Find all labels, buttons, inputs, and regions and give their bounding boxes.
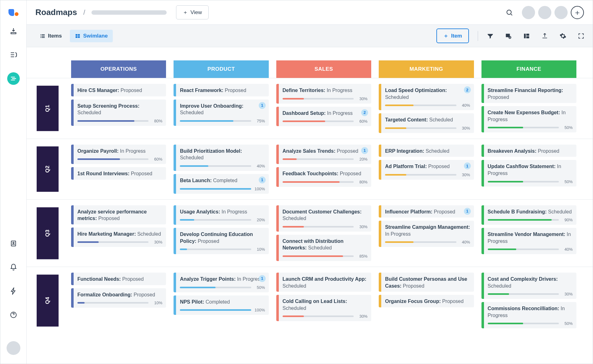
progress-bar: 50% (180, 285, 265, 290)
card-body: Targeted Content: Scheduled30% (381, 113, 474, 133)
roadmap-card[interactable]: Usage Analytics: In Progress20% (174, 205, 268, 225)
view-button[interactable]: ＋ View (176, 5, 209, 19)
card-body: Connect with Distribution Networks: Sche… (279, 235, 371, 261)
progress-percent: 20% (357, 157, 367, 161)
roadmap-card[interactable]: Create New Expenses Budget: In Progress5… (481, 106, 576, 132)
tab-swimlane[interactable]: Swimlane (70, 30, 112, 42)
layout-icon[interactable] (523, 33, 530, 39)
roadmap-card[interactable]: Launch CRM and Productivity App: Schedul… (276, 273, 371, 292)
roadmap-card[interactable]: React Framework: Proposed (174, 84, 268, 96)
breadcrumb-placeholder[interactable] (91, 10, 167, 15)
card-color-bar (71, 167, 74, 180)
card-color-bar (71, 273, 74, 285)
card-body: Launch CRM and Productivity App: Schedul… (279, 273, 371, 292)
progress-percent: 100% (254, 187, 265, 191)
roadmap-card[interactable]: Schedule B Fundraising: Scheduled90% (481, 205, 576, 225)
roadmap-card[interactable]: Load Speed Optimization: Scheduled240% (379, 84, 474, 110)
roadmap-card[interactable]: Dashboard Setup: In Progress260% (276, 107, 371, 126)
card-color-bar (174, 228, 176, 254)
roadmap-card[interactable]: Update Cashflow Statement: In Progress50… (481, 160, 576, 186)
roadmap-card[interactable]: Streamline Campaign Management: In Progr… (379, 221, 474, 247)
tab-items-label: Items (48, 33, 62, 39)
bell-icon[interactable] (7, 261, 20, 274)
roadmap-card[interactable]: Build Prioritization Model: Scheduled40% (174, 145, 268, 171)
roadmap-card[interactable]: Breakeven Analysis: Proposed (481, 145, 576, 157)
header-avatar-3[interactable] (554, 6, 568, 19)
card-body: Cold Calling on Lead Lists: Scheduled30% (279, 295, 371, 321)
view-button-label: View (190, 9, 202, 16)
gear-icon[interactable] (559, 33, 566, 39)
roadmap-card[interactable]: Cold Calling on Lead Lists: Scheduled30% (276, 295, 371, 321)
roadmap-card[interactable]: Ad Platform Trial: Proposed130% (379, 160, 474, 180)
inbox-icon[interactable] (7, 25, 20, 37)
roadmap-card[interactable]: Commissions Reconcilliation: In Progress… (481, 302, 576, 328)
export-icon[interactable] (541, 33, 548, 39)
add-button[interactable]: ＋ (571, 6, 584, 19)
roadmap-card[interactable]: Streamline Vendor Management: In Progres… (481, 228, 576, 254)
card-title: Hire CS Manager: Proposed (77, 87, 162, 94)
roadmap-card[interactable]: Analyze Sales Trends: Proposed120% (276, 145, 371, 164)
roadmap-card[interactable]: NPS Pilot: Completed100% (174, 295, 268, 315)
roadmap-card[interactable]: Build Customer Personas and Use Cases: P… (379, 273, 474, 292)
link-icon[interactable] (505, 33, 512, 39)
contacts-icon[interactable] (7, 237, 20, 250)
swimlane-row: Q3Analyze service performance metrics: P… (27, 199, 593, 267)
progress-bar: 50% (488, 125, 573, 130)
roadmap-card[interactable]: Analyze service performance metrics: Pro… (71, 205, 166, 224)
card-body: Formalize Onboarding: Proposed10% (74, 288, 166, 308)
list-icon[interactable] (7, 49, 20, 61)
fullscreen-icon[interactable] (578, 33, 585, 39)
roadmap-card[interactable]: Connect with Distribution Networks: Sche… (276, 235, 371, 261)
roadmap-card[interactable]: Beta Launch: Completed1100% (174, 174, 268, 194)
card-title: Dashboard Setup: In Progress (283, 110, 367, 117)
roadmap-card[interactable]: Targeted Content: Scheduled30% (379, 113, 474, 133)
roadmap-card[interactable]: Hire Marketing Manager: Scheduled30% (71, 228, 166, 247)
progress-bar: 30% (385, 126, 470, 131)
roadmap-card[interactable]: Influencer Platform: Proposed1 (379, 205, 474, 218)
roadmap-card[interactable]: Define Territories: In Progress30% (276, 84, 371, 104)
header-avatar-2[interactable] (538, 6, 551, 19)
add-item-button[interactable]: ＋ Item (436, 28, 469, 43)
roadmap-card[interactable]: Analyze Trigger Points: In Progress150% (174, 273, 268, 292)
card-color-bar (481, 205, 484, 225)
column-header-product[interactable]: PRODUCT (174, 60, 268, 78)
search-icon[interactable] (506, 9, 513, 16)
card-title: Load Speed Optimization: Scheduled (385, 87, 470, 100)
card-body: Define Territories: In Progress30% (279, 84, 371, 104)
roadmap-card[interactable]: Cost and Complexity Drivers: Scheduled30… (481, 273, 576, 299)
filter-icon[interactable] (487, 33, 494, 39)
page-title: Roadmaps (35, 8, 77, 17)
progress-bar: 100% (180, 308, 265, 312)
help-icon[interactable] (7, 309, 20, 321)
roadmap-card[interactable]: 1st Round Interviews: Proposed (71, 167, 166, 180)
roadmap-card[interactable]: ERP Integration: Scheduled (379, 145, 474, 157)
header-avatar-1[interactable] (522, 6, 535, 19)
progress-percent: 30% (460, 172, 470, 177)
roadmap-card[interactable]: Feedback Touchpoints: Proposed80% (276, 167, 371, 187)
card-body: React Framework: Proposed (176, 84, 268, 96)
roadmap-card[interactable]: Develop Continuing Education Policy: Pro… (174, 228, 268, 254)
row-label: Q3 (37, 207, 59, 259)
roadmap-card[interactable]: Hire CS Manager: Proposed (71, 84, 166, 96)
user-avatar[interactable] (7, 341, 20, 355)
roadmap-card[interactable]: Functional Needs: Proposed (71, 273, 166, 285)
roadmap-card[interactable]: Setup Screening Process: Scheduled80% (71, 100, 166, 126)
roadmap-card[interactable]: Organize Payroll: In Progress60% (71, 145, 166, 164)
roadmap-icon[interactable] (7, 72, 20, 85)
svg-rect-7 (42, 36, 45, 36)
tab-items[interactable]: Items (35, 30, 67, 42)
roadmap-card[interactable]: Organize Focus Group: Proposed (379, 295, 474, 307)
column-header-operations[interactable]: OPERATIONS (71, 60, 166, 78)
swimlane-cell: React Framework: ProposedImprove User On… (170, 84, 272, 133)
column-header-sales[interactable]: SALES (276, 60, 371, 78)
app-logo[interactable] (8, 6, 18, 16)
roadmap-card[interactable]: Document Customer Challenges: Scheduled3… (276, 205, 371, 232)
card-badge: 1 (259, 177, 266, 183)
roadmap-card[interactable]: Improve User Onboarding: Scheduled175% (174, 100, 268, 126)
roadmap-card[interactable]: Streamline Financial Reporting: Proposed (481, 84, 576, 103)
roadmap-card[interactable]: Formalize Onboarding: Proposed10% (71, 288, 166, 308)
bolt-icon[interactable] (7, 285, 20, 297)
column-header-finance[interactable]: FINANCE (481, 60, 576, 78)
swimlane-cell: Usage Analytics: In Progress20%Develop C… (170, 205, 272, 261)
column-header-marketing[interactable]: MARKETING (379, 60, 474, 78)
